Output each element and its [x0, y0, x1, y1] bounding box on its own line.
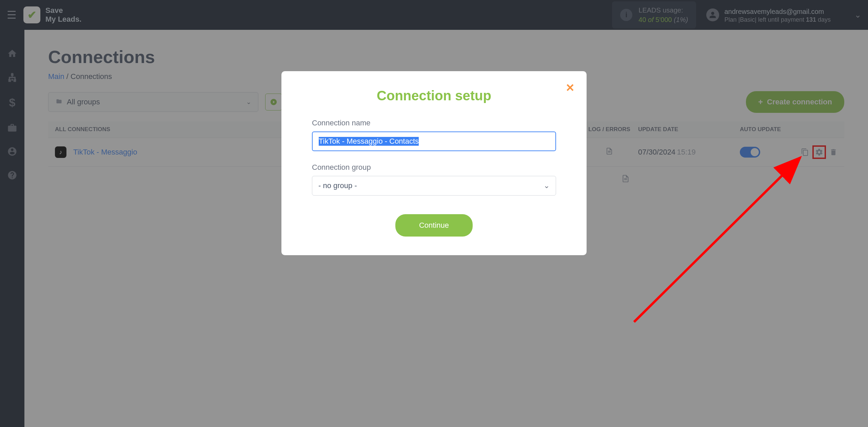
connection-group-value: - no group - — [318, 181, 357, 190]
continue-button[interactable]: Continue — [395, 214, 473, 237]
connection-group-select[interactable]: - no group - ⌄ — [312, 176, 556, 196]
connection-name-input[interactable]: TikTok - Messaggio - Contacts — [312, 131, 556, 151]
connection-setup-modal: ✕ Connection setup Connection name TikTo… — [281, 71, 587, 255]
close-icon[interactable]: ✕ — [566, 81, 575, 94]
connection-name-label: Connection name — [312, 119, 556, 127]
modal-title: Connection setup — [312, 88, 556, 103]
connection-group-label: Connection group — [312, 163, 556, 172]
chevron-down-icon: ⌄ — [544, 181, 550, 190]
modal-overlay: ✕ Connection setup Connection name TikTo… — [0, 0, 868, 427]
connection-name-value: TikTok - Messaggio - Contacts — [319, 137, 419, 146]
